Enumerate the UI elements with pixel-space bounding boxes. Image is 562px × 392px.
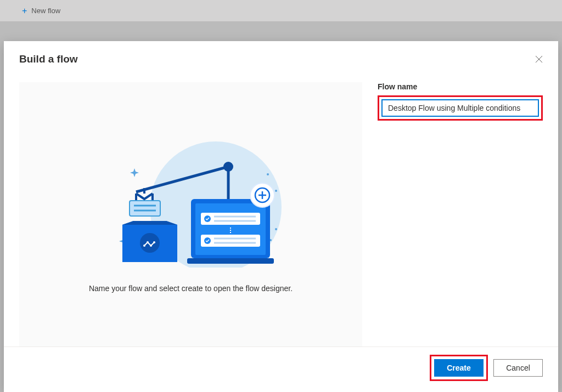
plus-icon: + <box>22 6 27 16</box>
highlight-create: Create <box>430 355 488 381</box>
new-flow-label: New flow <box>31 7 60 15</box>
highlight-input <box>378 95 543 121</box>
svg-rect-23 <box>187 258 274 264</box>
close-icon <box>535 55 543 63</box>
svg-point-5 <box>275 228 277 230</box>
modal-title: Build a flow <box>19 53 78 65</box>
illustration-panel: Name your flow and select create to open… <box>19 82 362 346</box>
svg-point-18 <box>147 241 149 243</box>
build-flow-modal: Build a flow <box>4 41 558 392</box>
svg-point-9 <box>223 162 233 172</box>
helper-text: Name your flow and select create to open… <box>89 284 293 293</box>
create-button[interactable]: Create <box>434 359 484 377</box>
svg-point-19 <box>150 245 152 247</box>
flow-illustration <box>92 136 290 268</box>
svg-point-16 <box>140 233 160 253</box>
modal-body: Name your flow and select create to open… <box>4 72 558 346</box>
modal-footer: Create Cancel <box>4 346 558 392</box>
svg-rect-22 <box>195 203 266 255</box>
form-panel: Flow name <box>378 82 543 346</box>
close-button[interactable] <box>533 53 545 67</box>
top-toolbar: + New flow <box>0 0 562 22</box>
svg-rect-13 <box>130 201 160 216</box>
svg-point-17 <box>143 245 145 247</box>
flow-name-input[interactable] <box>381 99 539 117</box>
new-flow-button[interactable]: + New flow <box>22 6 60 16</box>
svg-point-4 <box>267 173 269 175</box>
cancel-button[interactable]: Cancel <box>493 359 543 377</box>
flow-name-label: Flow name <box>378 82 543 91</box>
svg-point-3 <box>275 190 277 192</box>
svg-point-20 <box>153 241 155 243</box>
modal-header: Build a flow <box>4 41 558 72</box>
